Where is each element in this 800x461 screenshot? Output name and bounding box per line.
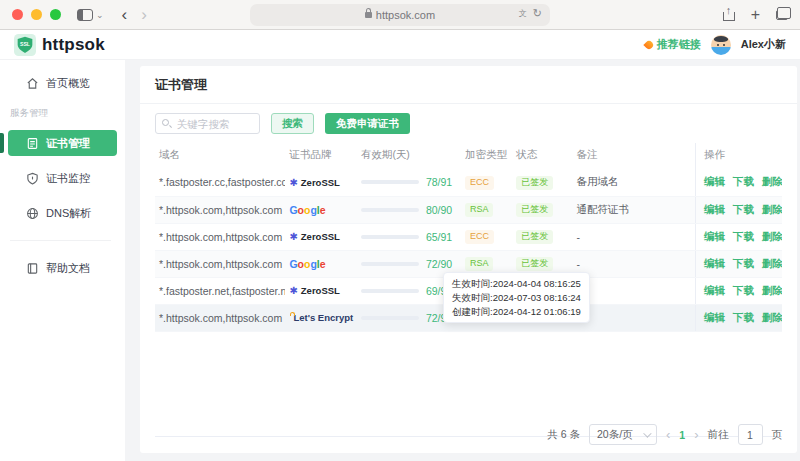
search-icon <box>162 119 169 126</box>
delete-link[interactable]: 删除 <box>762 230 782 244</box>
table-header-row: 域名 证书品牌 有效期(天) 加密类型 状态 备注 操作 <box>155 143 782 169</box>
brand-cell: Google <box>289 204 352 216</box>
pagination: 共 6 条 20条/页 ‹ 1 › 前往 页 <box>547 424 782 445</box>
forward-button[interactable]: › <box>141 6 147 23</box>
url-text: httpsok.com <box>376 9 435 21</box>
translate-icon[interactable]: 文 <box>519 8 527 19</box>
download-link[interactable]: 下载 <box>733 230 754 244</box>
delete-link[interactable]: 删除 <box>762 311 782 325</box>
address-bar[interactable]: httpsok.com 文 ↻ <box>250 4 550 26</box>
status-badge: 已签发 <box>516 176 553 190</box>
chevron-down-icon <box>643 429 651 437</box>
download-link[interactable]: 下载 <box>733 311 754 325</box>
httpsok-logo-icon: SSL <box>14 34 36 56</box>
edit-link[interactable]: 编辑 <box>704 284 725 298</box>
maximize-window-button[interactable] <box>50 9 61 20</box>
tooltip-create-time: 创建时间:2024-04-12 01:06:19 <box>452 305 581 319</box>
brand-cell: ✱ZeroSSL <box>289 177 352 188</box>
page-size-select[interactable]: 20条/页 <box>589 424 657 445</box>
google-logo: Google <box>289 258 325 270</box>
delete-link[interactable]: 删除 <box>762 284 782 298</box>
edit-link[interactable]: 编辑 <box>704 175 725 189</box>
remark-cell: 通配符证书 <box>573 196 696 223</box>
brand[interactable]: SSL httpsok <box>14 34 105 56</box>
sidebar-item-home-overview[interactable]: 首页概览 <box>8 70 117 96</box>
toolbar: 搜索 免费申请证书 <box>155 113 782 134</box>
delete-link[interactable]: 删除 <box>762 175 782 189</box>
page-title: 证书管理 <box>155 66 782 103</box>
col-remark: 备注 <box>573 143 696 169</box>
brand-cell: Let's Encrypt <box>289 312 352 323</box>
remark-cell: - <box>573 223 696 250</box>
col-domain: 域名 <box>155 143 285 169</box>
globe-icon <box>26 207 39 220</box>
certificate-panel: 证书管理 搜索 免费申请证书 域名 <box>140 66 797 453</box>
delete-link[interactable]: 删除 <box>762 257 782 271</box>
brand-cell: ✱ZeroSSL <box>289 285 352 296</box>
delete-link[interactable]: 删除 <box>762 203 782 217</box>
edit-link[interactable]: 编辑 <box>704 203 725 217</box>
validity-value: 65/91 <box>426 231 452 243</box>
sidebar-section-service-management: 服务管理 <box>0 105 117 130</box>
encryption-badge: RSA <box>465 257 494 271</box>
app-header: SSL httpsok 推荐链接 Alex小新 <box>0 30 800 60</box>
tab-overview-icon[interactable] <box>776 10 788 20</box>
encryption-badge: ECC <box>465 176 494 190</box>
domain-cell: *.httpsok.com,httpsok.com <box>155 196 285 223</box>
reload-icon[interactable]: ↻ <box>533 7 542 20</box>
sidebar-item-dns-resolve[interactable]: DNS解析 <box>8 200 117 226</box>
current-page[interactable]: 1 <box>679 429 685 441</box>
edit-link[interactable]: 编辑 <box>704 230 725 244</box>
search-input[interactable] <box>155 113 260 134</box>
tooltip-effective-time: 生效时间:2024-04-04 08:16:25 <box>452 277 581 291</box>
shield-icon <box>26 172 39 185</box>
validity-progress: 72/90 <box>361 258 457 270</box>
browser-chrome: ⌄ ‹ › httpsok.com 文 ↻ + <box>0 0 800 30</box>
share-icon[interactable] <box>723 8 735 21</box>
sidebar-item-help-docs[interactable]: 帮助文档 <box>8 255 117 281</box>
col-encryption: 加密类型 <box>461 143 512 169</box>
download-link[interactable]: 下载 <box>733 203 754 217</box>
sidebar-item-cert-monitor[interactable]: 证书监控 <box>8 165 117 191</box>
google-logo: Google <box>289 204 325 216</box>
col-brand: 证书品牌 <box>285 143 356 169</box>
flame-icon <box>643 39 654 50</box>
download-link[interactable]: 下载 <box>733 284 754 298</box>
edit-link[interactable]: 编辑 <box>704 257 725 271</box>
encryption-badge: RSA <box>465 203 494 217</box>
free-apply-cert-button[interactable]: 免费申请证书 <box>325 113 410 134</box>
validity-progress: 80/90 <box>361 204 457 216</box>
download-link[interactable]: 下载 <box>733 175 754 189</box>
referral-link[interactable]: 推荐链接 <box>645 37 701 52</box>
search-button[interactable]: 搜索 <box>271 113 314 134</box>
remark-cell: 备用域名 <box>573 169 696 196</box>
validity-value: 72/90 <box>426 258 452 270</box>
sidebar-toggle-icon[interactable]: ⌄ <box>77 9 104 21</box>
new-tab-icon[interactable]: + <box>751 7 760 23</box>
next-page-button[interactable]: › <box>694 428 698 441</box>
cert-icon <box>26 137 39 150</box>
download-link[interactable]: 下载 <box>733 257 754 271</box>
username[interactable]: Alex小新 <box>741 37 786 52</box>
remark-cell: - <box>573 250 696 277</box>
domain-cell: *.httpsok.com,httpsok.com <box>155 250 285 277</box>
sidebar: 首页概览服务管理证书管理证书监控DNS解析帮助文档 <box>0 60 125 461</box>
edit-link[interactable]: 编辑 <box>704 311 725 325</box>
domain-cell: *.fastposter.cc,fastposter.cc <box>155 169 285 196</box>
window-controls[interactable] <box>12 9 61 20</box>
minimize-window-button[interactable] <box>31 9 42 20</box>
svg-text:SSL: SSL <box>20 41 30 47</box>
validity-value: 78/91 <box>426 176 452 188</box>
goto-page-input[interactable] <box>738 424 763 445</box>
sidebar-divider <box>10 240 111 241</box>
goto-label: 前往 <box>708 428 729 442</box>
lock-icon <box>365 12 372 18</box>
brand-cell: Google <box>289 258 352 270</box>
tooltip-expire-time: 失效时间:2024-07-03 08:16:24 <box>452 291 581 305</box>
back-button[interactable]: ‹ <box>122 6 128 23</box>
sidebar-item-cert-management[interactable]: 证书管理 <box>8 130 117 156</box>
close-window-button[interactable] <box>12 9 23 20</box>
prev-page-button[interactable]: ‹ <box>666 428 670 441</box>
avatar[interactable] <box>711 35 731 55</box>
remark-cell: - <box>573 304 696 331</box>
